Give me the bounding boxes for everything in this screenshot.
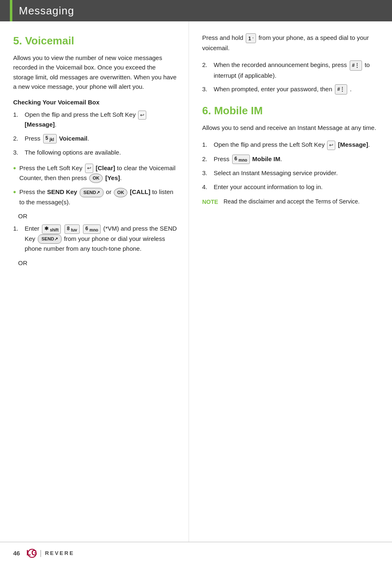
cont-step-2-text: When the recorded announcement begins, p… — [214, 60, 379, 80]
soft-key-icon-2: ↩ — [85, 164, 93, 173]
bullet-2-text: Press the SEND Key SEND↗ or OK [CALL] to… — [19, 187, 177, 207]
step-1: 1. Open the flip and press the Left Soft… — [13, 110, 177, 129]
alt-steps: 1. Enter ✱ shift 8 tuv 6 mno (*VM) and p… — [13, 224, 177, 254]
lg-label: LG — [26, 549, 37, 557]
section6-title: 6. Mobile IM — [202, 104, 379, 117]
step-2: 2. Press 5 jkl Voicemail. — [13, 134, 177, 144]
ok-key-icon-1: OK — [89, 173, 103, 183]
bullet-dot-1: • — [13, 163, 16, 173]
key-6mno-2: 6 mno — [232, 155, 250, 164]
cont-step-2-num: 2. — [202, 60, 211, 69]
or-divider-1: OR — [18, 213, 177, 220]
alt-step-1-num: 1. — [13, 224, 22, 233]
hash-key-2: #⋮ — [335, 84, 348, 95]
header-accent — [10, 0, 12, 21]
lg-circle-icon: LG — [28, 549, 37, 558]
cont-step-3: 3. When prompted, enter your password, t… — [202, 84, 379, 95]
or-divider-2: OR — [18, 259, 177, 266]
key-8tuv: 8 tuv — [65, 224, 80, 234]
im-step-2-num: 2. — [202, 154, 211, 164]
im-step-1-text: Open the flip and press the Left Soft Ke… — [214, 140, 370, 150]
header-bar: Messaging — [0, 0, 392, 21]
cont-step-2: 2. When the recorded announcement begins… — [202, 60, 379, 80]
step-2-num: 2. — [13, 134, 22, 143]
im-step-3: 3. Select an Instant Messaging service p… — [202, 168, 379, 178]
bullet-dot-2: • — [13, 187, 16, 197]
bullet-1: • Press the Left Soft Key ↩ [Clear] to c… — [13, 163, 177, 183]
im-step-1-num: 1. — [202, 140, 211, 149]
step-3-text: The following options are available. — [25, 148, 121, 157]
right-column: Press and hold 1 . from your phone, as a… — [189, 21, 392, 542]
page-wrapper: Messaging 5. Voicemail Allows you to vie… — [0, 0, 392, 564]
alt-step-1-text: Enter ✱ shift 8 tuv 6 mno (*VM) and pres… — [25, 224, 177, 254]
im-step-2: 2. Press 6 mno Mobile IM. — [202, 154, 379, 164]
im-step-2-text: Press 6 mno Mobile IM. — [214, 154, 282, 164]
im-step-3-text: Select an Instant Messaging service prov… — [214, 168, 338, 178]
left-column: 5. Voicemail Allows you to view the numb… — [0, 21, 189, 542]
continuation-text: Press and hold 1 . from your phone, as a… — [202, 33, 379, 53]
soft-key-icon-3: ↩ — [327, 141, 335, 150]
key-star: ✱ shift — [42, 224, 61, 234]
key-1: 1 . — [246, 33, 256, 43]
im-step-1: 1. Open the flip and press the Left Soft… — [202, 140, 379, 150]
bullet-1-text: Press the Left Soft Key ↩ [Clear] to cle… — [19, 163, 177, 183]
revere-label: REVERE — [45, 550, 74, 556]
cont-step-3-num: 3. — [202, 84, 211, 94]
alt-step-1: 1. Enter ✱ shift 8 tuv 6 mno (*VM) and p… — [13, 224, 177, 254]
note-label: NOTE — [202, 197, 219, 206]
section6-intro: Allows you to send and receive an Instan… — [202, 123, 379, 132]
cont-step-3-text: When prompted, enter your password, then… — [214, 84, 352, 95]
mobile-im-steps: 1. Open the flip and press the Left Soft… — [202, 140, 379, 192]
im-step-4-text: Enter your account information to log in… — [214, 182, 323, 192]
step-2-text: Press 5 jkl Voicemail. — [25, 134, 89, 144]
footer-logo: LG | REVERE — [28, 549, 74, 558]
ok-key-icon-2: OK — [114, 188, 127, 197]
step-1-text: Open the flip and press the Left Soft Ke… — [25, 110, 177, 129]
footer-page-num: 46 — [13, 550, 20, 557]
step-3-num: 3. — [13, 148, 22, 157]
note-block: NOTE Read the disclaimer and accept the … — [202, 197, 379, 206]
bullet-2: • Press the SEND Key SEND↗ or OK [CALL] … — [13, 187, 177, 207]
note-text: Read the disclaimer and accept the Terms… — [224, 197, 360, 206]
step-3: 3. The following options are available. — [13, 148, 177, 157]
continuation-steps: 2. When the recorded announcement begins… — [202, 60, 379, 95]
soft-key-icon-1: ↩ — [138, 111, 146, 120]
step-1-num: 1. — [13, 110, 22, 119]
footer-divider: | — [40, 549, 42, 557]
voicemail-steps: 1. Open the flip and press the Left Soft… — [13, 110, 177, 157]
key-6mno: 6 mno — [83, 224, 101, 234]
page-title: Messaging — [19, 5, 74, 17]
send-key-icon-2: SEND↗ — [38, 234, 62, 244]
im-step-4: 4. Enter your account information to log… — [202, 182, 379, 192]
section5-intro: Allows you to view the number of new voi… — [13, 53, 177, 91]
im-step-4-num: 4. — [202, 182, 211, 192]
voicemail-bullets: • Press the Left Soft Key ↩ [Clear] to c… — [13, 163, 177, 207]
main-content: 5. Voicemail Allows you to view the numb… — [0, 21, 392, 542]
im-step-3-num: 3. — [202, 168, 211, 178]
key-5jkl: 5 jkl — [43, 134, 57, 143]
section5-title: 5. Voicemail — [13, 35, 177, 47]
hash-key-1: #⋮ — [350, 60, 362, 71]
footer: 46 LG | REVERE — [0, 542, 392, 564]
checking-voicemail-subtitle: Checking Your Voicemail Box — [13, 99, 177, 106]
send-key-icon-1: SEND↗ — [80, 188, 104, 197]
